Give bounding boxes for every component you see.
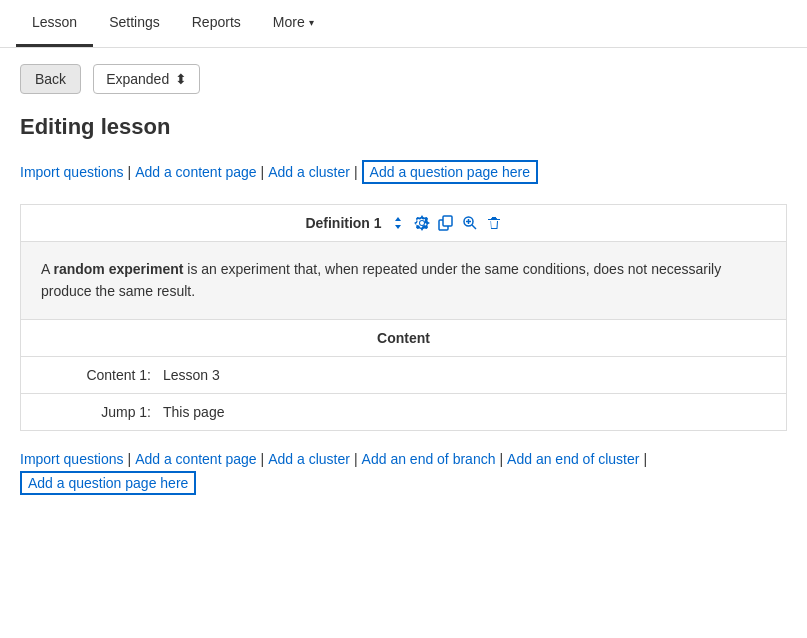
delete-icon[interactable] [486,215,502,231]
definition-header: Definition 1 [21,205,786,242]
separator-2: | [261,164,265,180]
page-title: Editing lesson [20,114,787,140]
page-content: Back Expanded ⬍ Editing lesson Import qu… [0,48,807,511]
tab-lesson[interactable]: Lesson [16,0,93,47]
preview-icon[interactable] [462,215,478,231]
top-nav: Lesson Settings Reports More ▾ [0,0,807,48]
content-value-2: This page [163,404,224,420]
separator-1: | [128,164,132,180]
content-section-header: Content [21,320,786,357]
content-row-2: Jump 1: This page [21,394,786,430]
content-row-1: Content 1: Lesson 3 [21,357,786,394]
back-button[interactable]: Back [20,64,81,94]
bottom-sep-1: | [128,451,132,467]
content-value-1: Lesson 3 [163,367,220,383]
svg-rect-1 [443,216,452,226]
top-links-row: Import questions | Add a content page | … [20,160,787,184]
bottom-links-row: Import questions | Add a content page | … [20,451,787,495]
sort-icon[interactable] [390,215,406,231]
bottom-sep-3: | [354,451,358,467]
chevron-down-icon: ▾ [309,17,314,28]
svg-line-3 [472,225,476,229]
definition-body: A random experiment is an experiment tha… [21,242,786,319]
content-label-2: Jump 1: [61,404,151,420]
definition-section: Definition 1 [20,204,787,320]
bottom-sep-4: | [499,451,503,467]
expanded-label: Expanded [106,71,169,87]
link-add-question-page-2[interactable]: Add a question page here [20,471,196,495]
link-import-questions[interactable]: Import questions [20,164,124,180]
link-add-cluster[interactable]: Add a cluster [268,164,350,180]
settings-icon[interactable] [414,215,430,231]
content-label-1: Content 1: [61,367,151,383]
toolbar: Back Expanded ⬍ [20,64,787,94]
expanded-dropdown-button[interactable]: Expanded ⬍ [93,64,200,94]
link-add-end-of-branch[interactable]: Add an end of branch [362,451,496,467]
bottom-sep-5: | [643,451,647,467]
link-add-question-page[interactable]: Add a question page here [362,160,538,184]
tab-reports[interactable]: Reports [176,0,257,47]
separator-3: | [354,164,358,180]
link-add-cluster-2[interactable]: Add a cluster [268,451,350,467]
link-add-content-page[interactable]: Add a content page [135,164,256,180]
link-import-questions-2[interactable]: Import questions [20,451,124,467]
link-add-content-page-2[interactable]: Add a content page [135,451,256,467]
definition-title: Definition 1 [305,215,381,231]
expanded-chevron-icon: ⬍ [175,71,187,87]
content-section: Content Content 1: Lesson 3 Jump 1: This… [20,320,787,431]
copy-icon[interactable] [438,215,454,231]
bottom-sep-2: | [261,451,265,467]
tab-settings[interactable]: Settings [93,0,176,47]
svg-rect-6 [491,218,497,219]
link-add-end-of-cluster[interactable]: Add an end of cluster [507,451,639,467]
tab-more[interactable]: More ▾ [257,0,330,47]
